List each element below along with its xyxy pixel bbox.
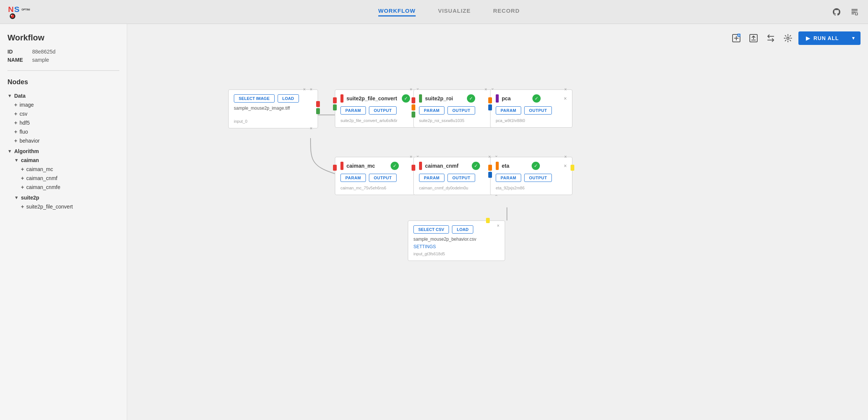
svg-text:S: S — [14, 5, 19, 13]
connector-blue — [488, 104, 492, 110]
close-icon[interactable]: × — [310, 87, 312, 92]
close-icon[interactable]: × — [310, 126, 312, 131]
tree-item-csv[interactable]: + csv — [7, 109, 119, 118]
plus-icon: + — [21, 175, 24, 181]
close-icon[interactable]: × — [485, 87, 487, 92]
load-button[interactable]: LOAD — [278, 94, 299, 103]
github-icon[interactable] — [831, 6, 843, 18]
tree-item-caiman-mc[interactable]: + caiman_mc — [7, 165, 119, 174]
svg-text:N: N — [8, 5, 14, 13]
tree-category-data: Data — [14, 93, 25, 99]
node-color-bar — [419, 94, 422, 103]
node-color-bar — [340, 94, 343, 103]
node-header: suite2p_roi ✓ × — [419, 94, 494, 103]
tree-item-fluo[interactable]: + fluo — [7, 127, 119, 136]
connection-line — [311, 138, 335, 174]
svg-rect-6 — [855, 13, 858, 15]
param-button[interactable]: PARAM — [340, 106, 366, 115]
param-button[interactable]: PARAM — [496, 106, 521, 115]
node-title-area: suite2p_roi — [419, 94, 453, 103]
param-button[interactable]: PARAM — [419, 174, 444, 182]
tree-item-data[interactable]: ▼ Data — [7, 91, 119, 100]
chevron-down-icon: ▼ — [7, 93, 12, 98]
output-button[interactable]: OUTPUT — [369, 106, 397, 115]
param-button[interactable]: PARAM — [419, 106, 444, 115]
close-icon[interactable]: × — [564, 87, 567, 92]
connector-red — [333, 97, 337, 103]
node-select-buttons: SELECT CSV LOAD — [413, 225, 499, 234]
output-button[interactable]: OUTPUT — [524, 174, 552, 182]
add-node-button[interactable] — [730, 31, 743, 45]
connector-green — [333, 104, 337, 110]
tree-item-hdf5[interactable]: + hdf5 — [7, 118, 119, 127]
tree-item-behavior[interactable]: + behavior — [7, 136, 119, 145]
run-all-button[interactable]: ▶ RUN ALL ▼ — [798, 31, 861, 45]
node-title-area: suite2p_file_convert — [340, 94, 397, 103]
docs-icon[interactable] — [849, 6, 861, 18]
output-button[interactable]: OUTPUT — [524, 106, 552, 115]
tree-item-caiman-cnmfe[interactable]: + caiman_cnmfe — [7, 183, 119, 192]
workflow-title: Workflow — [7, 33, 119, 43]
node-header: pca ✓ × — [496, 94, 567, 103]
close-icon[interactable]: × — [564, 154, 567, 159]
close-icon[interactable]: × — [410, 154, 412, 159]
close-icon[interactable]: × — [564, 163, 567, 169]
tab-workflow[interactable]: WORKFLOW — [378, 7, 416, 16]
select-csv-button[interactable]: SELECT CSV — [413, 225, 449, 234]
param-button[interactable]: PARAM — [340, 174, 366, 182]
tree-item-suite2p-file-convert[interactable]: + suite2p_file_convert — [7, 202, 119, 211]
tree-item-caiman-cnmf[interactable]: + caiman_cnmf — [7, 174, 119, 183]
node-filename: sample_mouse2p_behavior.csv — [413, 237, 499, 242]
upload-button[interactable] — [747, 31, 760, 45]
name-value: sample — [32, 57, 49, 63]
output-button[interactable]: OUTPUT — [447, 174, 475, 182]
node-title: suite2p_roi — [425, 95, 453, 101]
node-id: caiman_mc_75v5eh6ns6 — [340, 186, 419, 190]
param-button[interactable]: PARAM — [496, 174, 521, 182]
node-buttons: PARAM OUTPUT — [340, 106, 419, 115]
node-pca: pca ✓ × PARAM OUTPUT pca_w9t1hr88t0 × — [490, 89, 572, 128]
node-title: caiman_cnmf — [425, 163, 458, 169]
output-button[interactable]: OUTPUT — [369, 174, 397, 182]
chevron-down-icon: ▼ — [7, 149, 12, 154]
close-icon[interactable]: × — [497, 223, 499, 228]
nodes-title: Nodes — [7, 78, 119, 86]
tree-item-image[interactable]: + image — [7, 100, 119, 109]
svg-point-10 — [787, 37, 789, 39]
node-status-check: ✓ — [467, 94, 475, 103]
id-label: ID — [7, 49, 26, 55]
close-icon[interactable]: × — [564, 95, 567, 101]
meta-id-row: ID 88e8625d — [7, 49, 119, 55]
tree-label-image: image — [19, 102, 34, 108]
tree-item-algorithm[interactable]: ▼ Algorithm — [7, 147, 119, 156]
node-filename: sample_mouse2p_image.tiff — [234, 106, 312, 111]
swap-button[interactable] — [764, 31, 777, 45]
node-title-area: eta — [496, 162, 509, 170]
node-id: input_0 — [234, 119, 312, 124]
node-caiman-mc: caiman_mc ✓ × PARAM OUTPUT caiman_mc_75v… — [335, 157, 425, 195]
chevron-down-icon: ▼ — [14, 158, 19, 163]
run-all-dropdown-button[interactable]: ▼ — [847, 32, 861, 45]
plus-icon: + — [21, 204, 24, 210]
connector-green — [412, 112, 415, 118]
connector-yellow — [486, 218, 490, 223]
tree-item-caiman[interactable]: ▼ caiman — [7, 156, 119, 165]
tab-visualize[interactable]: VISUALIZE — [438, 7, 471, 16]
settings-button[interactable] — [781, 31, 795, 45]
select-image-button[interactable]: SELECT IMAGE — [234, 94, 275, 103]
output-button[interactable]: OUTPUT — [447, 106, 475, 115]
main-layout: Workflow ID 88e8625d NAME sample Nodes ▼… — [0, 24, 868, 420]
load-csv-button[interactable]: LOAD — [452, 225, 473, 234]
tab-record[interactable]: RECORD — [493, 7, 520, 16]
node-status-check: ✓ — [402, 94, 410, 103]
tree-item-suite2p[interactable]: ▼ suite2p — [7, 193, 119, 202]
node-id: input_gt3fs618d5 — [413, 252, 499, 256]
svg-point-4 — [11, 15, 12, 16]
close-icon[interactable]: × — [410, 87, 412, 92]
connector-orange — [488, 97, 492, 103]
settings-link[interactable]: SETTINGS — [413, 244, 499, 249]
tree-category-suite2p: suite2p — [21, 195, 39, 201]
meta-name-row: NAME sample — [7, 57, 119, 63]
node-id: eta_92jxjs2m86 — [496, 186, 567, 190]
close-icon[interactable]: × — [303, 87, 306, 92]
